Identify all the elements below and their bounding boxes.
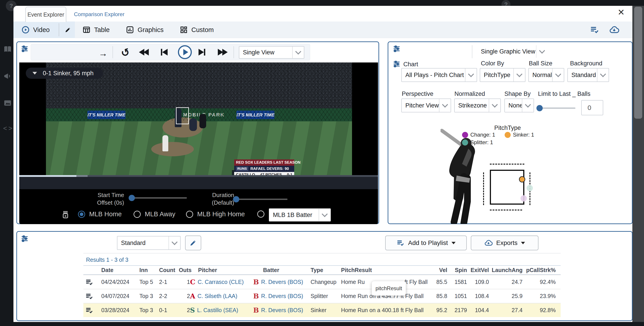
pitch-info-pill[interactable]: 0-1 Sinker, 95 mph bbox=[26, 68, 103, 79]
book-icon[interactable] bbox=[3, 45, 12, 54]
next-pitch-icon[interactable] bbox=[198, 49, 205, 55]
chevron-down-icon bbox=[32, 72, 37, 74]
table-row[interactable]: 04/24/2024 Top 5 2-1 1 CC. Carrasco (CLE… bbox=[83, 275, 561, 289]
perspective-select[interactable]: Pitcher View bbox=[401, 98, 451, 112]
chevron-down-icon bbox=[536, 45, 548, 58]
chart-select[interactable]: All Plays - Pitch Chart bbox=[401, 68, 477, 82]
fast-forward-icon[interactable] bbox=[218, 49, 228, 55]
angle-select[interactable]: MLB 1B Batter bbox=[269, 208, 331, 221]
previous-pitch-icon[interactable] bbox=[161, 49, 168, 55]
cloud-download-icon[interactable] bbox=[609, 25, 619, 35]
chevron-down-icon bbox=[522, 99, 534, 112]
video-frame[interactable]: IT'S MILLER TIME MOBILE PARK IT'S MILLER… bbox=[46, 62, 352, 176]
duration-slider[interactable] bbox=[235, 199, 288, 200]
add-to-playlist-button[interactable]: Add to Playlist bbox=[385, 236, 467, 250]
duration-label: Duration(Default) bbox=[203, 191, 234, 207]
table-row[interactable]: 04/07/2024 Top 3 2-2 2 AC. Silseth (LAA)… bbox=[83, 289, 561, 303]
pitch-arrow-icon[interactable]: → bbox=[98, 48, 108, 58]
edit-video-button[interactable] bbox=[64, 21, 71, 38]
megaphone-icon[interactable] bbox=[3, 72, 12, 81]
results-settings-icon[interactable] bbox=[20, 235, 29, 243]
chart-settings-icon[interactable] bbox=[392, 60, 401, 68]
preset-select[interactable]: Standard bbox=[117, 236, 180, 250]
color-by-select[interactable]: PitchType bbox=[480, 68, 526, 82]
tab-event-explorer[interactable]: Event Explorer bbox=[25, 7, 66, 22]
strikezone-overlay-box bbox=[176, 107, 189, 124]
pitcher-link[interactable]: C. Carrasco (CLE) bbox=[198, 279, 244, 285]
graphic-view-select[interactable]: Single Graphic View bbox=[477, 45, 548, 58]
caret-down-icon bbox=[521, 242, 525, 244]
video-mode-button[interactable]: Video bbox=[22, 21, 50, 38]
limit-input[interactable]: 0 bbox=[581, 100, 603, 115]
play-circle-icon bbox=[22, 26, 30, 34]
pencil-icon bbox=[64, 26, 71, 33]
pitcher-link[interactable]: C. Silseth (LAA) bbox=[198, 293, 237, 299]
video-seekbar[interactable] bbox=[19, 175, 378, 177]
umpire-figure bbox=[200, 114, 206, 128]
chevron-down-icon bbox=[597, 68, 608, 81]
rewind-icon[interactable] bbox=[139, 49, 149, 55]
collapse-icon[interactable]: <> bbox=[3, 124, 14, 132]
video-settings-icon[interactable] bbox=[20, 45, 29, 53]
chevron-down-icon bbox=[552, 68, 564, 81]
limit-label: Limit to Last _ Balls bbox=[538, 90, 590, 97]
radio-icon bbox=[134, 211, 141, 218]
shape-by-select[interactable]: None bbox=[504, 98, 534, 112]
background-select[interactable]: Standard bbox=[567, 68, 609, 82]
pitch-info-text: 0-1 Sinker, 95 mph bbox=[43, 70, 94, 77]
cloud-download-icon bbox=[484, 239, 493, 247]
row-playlist-icon[interactable] bbox=[85, 292, 93, 300]
graphic-divider bbox=[472, 45, 472, 58]
batter-link[interactable]: R. Devers (BOS) bbox=[261, 307, 303, 314]
angle-option-high-home[interactable]: MLB High Home bbox=[186, 211, 245, 218]
legend-column-2: Sinker: 1 bbox=[504, 132, 534, 139]
radio-checked-icon bbox=[78, 211, 85, 218]
team-logo-bos: B bbox=[253, 306, 259, 314]
limit-slider[interactable] bbox=[538, 107, 576, 109]
tab-comparison-explorer[interactable]: Comparison Explorer bbox=[74, 7, 124, 22]
seekbar-buffered bbox=[76, 175, 88, 177]
row-playlist-icon[interactable] bbox=[85, 278, 93, 286]
radio-icon bbox=[186, 211, 193, 218]
column-tooltip: pitchResult bbox=[372, 281, 406, 296]
legend-dot bbox=[462, 139, 468, 146]
legend-entry: Sinker: 1 bbox=[504, 132, 534, 138]
custom-mode-button[interactable]: Custom bbox=[180, 21, 214, 38]
play-button[interactable] bbox=[178, 45, 192, 59]
results-count[interactable]: Results 1 - 3 of 3 bbox=[83, 254, 561, 265]
start-time-slider[interactable] bbox=[130, 197, 187, 199]
batter-link[interactable]: R. Devers (BOS) bbox=[261, 279, 303, 285]
exports-button[interactable]: Exports bbox=[471, 236, 538, 250]
angle-option-custom[interactable] bbox=[257, 211, 264, 218]
pitchers-mound bbox=[151, 142, 194, 156]
perspective-label: Perspective bbox=[402, 90, 433, 97]
radio-icon bbox=[257, 211, 264, 218]
ball-size-select[interactable]: Normal bbox=[528, 68, 564, 82]
view-mode-select[interactable]: Single View bbox=[239, 46, 304, 59]
pitcher-link[interactable]: L. Castillo (SEA) bbox=[197, 307, 238, 314]
angle-option-away[interactable]: MLB Away bbox=[134, 211, 175, 218]
graphic-settings-icon[interactable] bbox=[392, 45, 401, 53]
shape-by-label: Shape By bbox=[504, 90, 530, 97]
batter-link[interactable]: R. Devers (BOS) bbox=[261, 293, 303, 299]
playlist-check-icon[interactable] bbox=[590, 25, 599, 34]
close-icon[interactable]: ✕ bbox=[618, 8, 625, 16]
legend-dot bbox=[462, 132, 468, 138]
graphics-mode-button[interactable]: Graphics bbox=[126, 21, 164, 38]
angle-option-home[interactable]: MLB Home bbox=[78, 211, 122, 218]
table-mode-button[interactable]: Table bbox=[82, 21, 110, 38]
zone-dashed-bottom bbox=[490, 210, 522, 211]
chevron-down-icon bbox=[168, 236, 180, 249]
video-control-bar bbox=[19, 177, 378, 189]
edit-preset-button[interactable] bbox=[185, 236, 201, 250]
image-icon[interactable] bbox=[3, 98, 12, 107]
caret-down-icon bbox=[452, 242, 456, 244]
normalized-select[interactable]: Strikezone bbox=[454, 98, 501, 112]
strike-zone bbox=[490, 170, 524, 205]
seekbar-played bbox=[19, 175, 76, 177]
legend-entry: Change: 1 bbox=[462, 132, 495, 138]
chevron-down-icon bbox=[319, 209, 330, 221]
scrollbar-thumb[interactable] bbox=[634, 7, 642, 119]
table-row-selected[interactable]: 03/28/2024 Top 3 0-1 2 SL. Castillo (SEA… bbox=[83, 303, 561, 317]
row-playlist-icon[interactable] bbox=[85, 306, 93, 314]
